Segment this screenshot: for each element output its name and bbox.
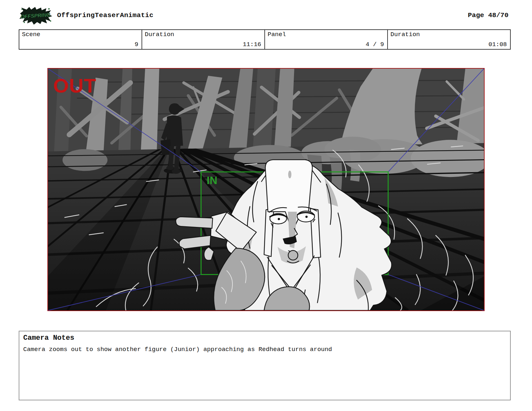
panel-label: Panel (268, 31, 286, 38)
scene-duration-label: Duration (145, 31, 174, 38)
redhead-pendant (288, 250, 298, 260)
scene-duration-value: 11:16 (243, 41, 261, 48)
scene-value: 9 (135, 41, 138, 48)
page-number: Page 48/70 (468, 12, 508, 19)
scene-cell: Scene 9 (19, 30, 142, 49)
shot-info-table: Scene 9 Duration 11:16 Panel 4 / 9 Durat… (19, 29, 511, 50)
camera-in-marker: IN (207, 175, 217, 186)
storyboard-panel-frame: OUT IN (47, 68, 485, 311)
panel-duration-label: Duration (390, 31, 420, 38)
camera-notes-box: Camera Notes Camera zooms out to show an… (19, 331, 511, 400)
panel-value: 4 / 9 (366, 41, 384, 48)
panel-duration-cell: Duration 01:08 (388, 30, 510, 49)
scene-duration-cell: Duration 11:16 (142, 30, 265, 49)
offspring-logo: OFFSPRING (18, 6, 53, 25)
camera-out-marker: OUT (53, 76, 96, 96)
camera-notes-title: Camera Notes (23, 334, 74, 342)
storyboard-page: OFFSPRING OffspringTeaserAnimatic Page 4… (0, 0, 532, 411)
storyboard-artwork (48, 69, 484, 310)
panel-duration-value: 01:08 (488, 41, 507, 48)
scene-label: Scene (22, 31, 40, 38)
document-title: OffspringTeaserAnimatic (57, 12, 153, 19)
panel-cell: Panel 4 / 9 (265, 30, 388, 49)
camera-notes-body: Camera zooms out to show another figure … (23, 346, 505, 354)
